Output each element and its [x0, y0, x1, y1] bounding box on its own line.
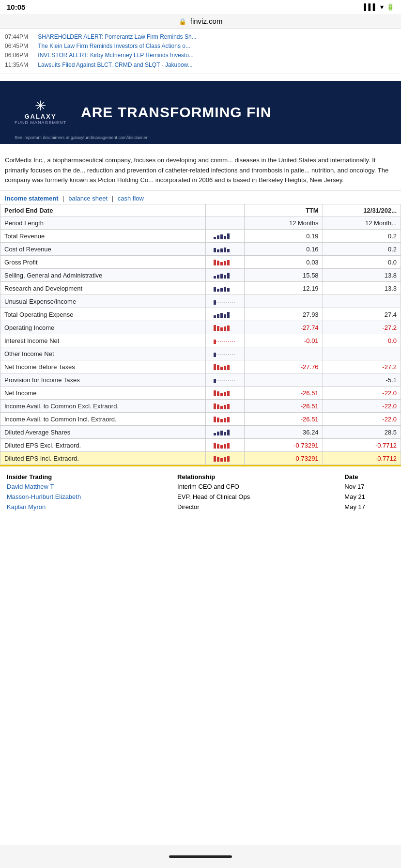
tab-cash-flow[interactable]: cash flow [118, 195, 144, 202]
row-label: Income Avail. to Common Incl. Extraord. [0, 413, 206, 426]
svg-rect-16 [217, 275, 219, 279]
news-item-2[interactable]: 06:45PM The Klein Law Firm Reminds Inves… [5, 42, 396, 51]
row-prev: 0.2 [323, 243, 401, 256]
table-row: Total Revenue 0.190.2 [0, 230, 401, 243]
svg-rect-18 [224, 275, 226, 279]
insider-row: Kaplan MyronDirectorMay 17 [5, 502, 396, 512]
table-row: Total Operating Expense 27.9327.4 [0, 308, 401, 321]
svg-rect-10 [214, 260, 216, 265]
svg-rect-41 [214, 364, 216, 370]
insider-name[interactable]: Kaplan Myron [5, 502, 175, 512]
row-label: Net Income Before Taxes [0, 360, 206, 373]
table-row: Net Income -26.51-22.0 [0, 387, 401, 400]
sparkline-svg [213, 310, 237, 318]
row-chart [205, 243, 245, 256]
svg-rect-39 [214, 353, 216, 357]
row-label: Diluted Average Shares [0, 426, 206, 439]
svg-rect-70 [220, 445, 223, 449]
row-label: Total Operating Expense [0, 308, 206, 321]
news-item-3[interactable]: 06:06PM INVESTOR ALERT: Kirby McInerney … [5, 51, 396, 60]
address-bar[interactable]: 🔒 finviz.com [0, 14, 401, 29]
row-ttm: -27.74 [245, 321, 323, 334]
news-link-2[interactable]: The Klein Law Firm Reminds Investors of … [38, 43, 190, 49]
company-description: CorMedix Inc., a biopharmaceutical compa… [0, 151, 401, 191]
insider-relationship: EVP, Head of Clinical Ops [175, 492, 342, 502]
row-prev [323, 347, 401, 360]
insider-name[interactable]: David Matthew T [5, 481, 175, 492]
row-prev: 0.2 [323, 230, 401, 243]
table-row: Gross Profit 0.030.0 [0, 256, 401, 269]
svg-rect-62 [227, 417, 230, 422]
row-chart [205, 452, 245, 465]
sparkline-svg [213, 375, 237, 384]
sparkline-svg [213, 231, 237, 240]
svg-rect-75 [220, 458, 223, 462]
table-row: Income Avail. to Common Excl. Extraord. … [0, 400, 401, 413]
row-prev: -5.1 [323, 373, 401, 387]
row-label: Diluted EPS Incl. Extraord. [0, 452, 206, 465]
svg-rect-54 [217, 404, 219, 409]
svg-rect-43 [220, 367, 223, 370]
svg-rect-25 [214, 300, 216, 305]
row-prev: 13.8 [323, 269, 401, 282]
svg-rect-58 [214, 417, 216, 422]
svg-rect-8 [224, 248, 226, 252]
svg-rect-12 [220, 262, 223, 265]
insider-date: May 17 [342, 502, 396, 512]
svg-rect-5 [214, 248, 216, 252]
news-item-1[interactable]: 07:44PM SHAREHOLDER ALERT: Pomerantz Law… [5, 32, 396, 42]
svg-rect-1 [217, 235, 219, 239]
svg-rect-22 [220, 288, 223, 292]
svg-rect-17 [220, 274, 223, 279]
row-label: Other Income Net [0, 347, 206, 360]
svg-rect-77 [227, 456, 230, 462]
bottom-handle [169, 855, 232, 858]
banner-ad[interactable]: ✳ GALAXY FUND MANAGEMENT ARE TRANSFORMIN… [0, 81, 401, 144]
lock-icon: 🔒 [179, 18, 186, 25]
row-chart [205, 282, 245, 295]
row-label: Net Income [0, 387, 206, 400]
svg-rect-42 [217, 365, 219, 370]
row-ttm: -26.51 [245, 413, 323, 426]
svg-rect-2 [220, 234, 223, 239]
sparkline-svg [213, 414, 237, 423]
row-chart [205, 373, 245, 387]
row-chart [205, 426, 245, 439]
svg-rect-55 [220, 406, 223, 409]
svg-rect-48 [214, 390, 216, 396]
row-chart [205, 400, 245, 413]
sparkline-svg [213, 257, 237, 266]
news-link-3[interactable]: INVESTOR ALERT: Kirby McInerney LLP Remi… [38, 52, 193, 59]
svg-rect-71 [224, 444, 226, 449]
row-label: Cost of Revenue [0, 243, 206, 256]
row-ttm: 36.24 [245, 426, 323, 439]
url-text: finviz.com [190, 17, 223, 25]
news-link-1[interactable]: SHAREHOLDER ALERT: Pomerantz Law Firm Re… [38, 33, 196, 40]
tab-balance-sheet[interactable]: balance sheet [68, 195, 108, 202]
row-label: Unusual Expense/Income [0, 295, 206, 308]
row-label: Selling, General and Administrative [0, 269, 206, 282]
row-ttm: -0.73291 [245, 452, 323, 465]
col-header-ttm: TTM [245, 204, 323, 217]
insider-row: David Matthew TInterim CEO and CFONov 17 [5, 481, 396, 492]
news-item-4[interactable]: 11:35AM Lawsuits Filed Against BLCT, CRM… [5, 61, 396, 70]
news-link-4[interactable]: Lawsuits Filed Against BLCT, CRMD and SL… [38, 62, 192, 68]
row-chart [205, 269, 245, 282]
sparkline-svg [213, 427, 237, 436]
sparkline-svg [213, 440, 237, 449]
sparkline-svg [213, 244, 237, 253]
status-icons: ▌▌▌ ▾ 🔋 [364, 3, 394, 11]
svg-rect-21 [217, 289, 219, 292]
tab-income-statement[interactable]: income statement [5, 195, 59, 202]
svg-rect-53 [214, 403, 216, 409]
insider-name[interactable]: Masson-Hurlburt Elizabeth [5, 492, 175, 502]
row-label: Diluted EPS Excl. Extraord. [0, 439, 206, 452]
svg-rect-57 [227, 404, 230, 409]
period-length-label: Period Length [0, 217, 206, 230]
svg-rect-60 [220, 419, 223, 422]
svg-rect-35 [224, 326, 226, 331]
svg-rect-24 [227, 288, 230, 292]
row-ttm [245, 373, 323, 387]
signal-icon: ▌▌▌ [364, 3, 377, 11]
svg-rect-45 [227, 365, 230, 370]
